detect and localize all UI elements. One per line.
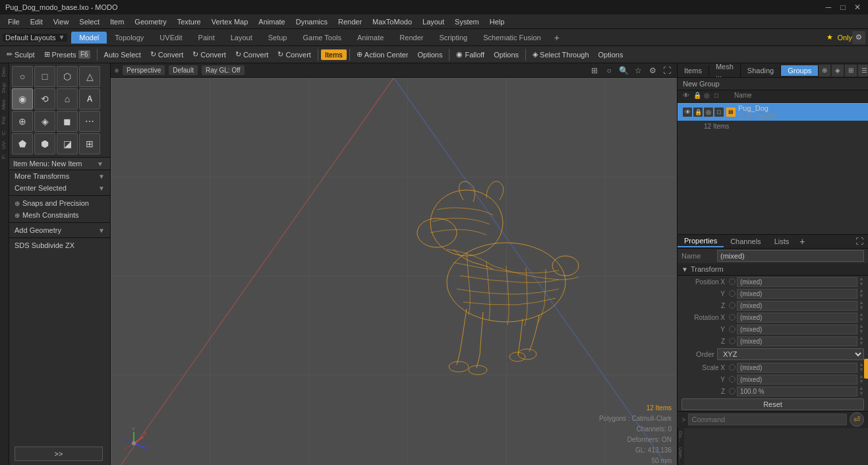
rot-y-down[interactable]: ▼ [859,329,864,334]
scale-z-down[interactable]: ▼ [859,391,864,396]
tab-gametools[interactable]: Game Tools [295,32,349,44]
pos-y-input[interactable] [737,289,857,299]
rot-y-input[interactable] [737,325,857,334]
tab-properties[interactable]: Properties [678,235,724,247]
transform-section-header[interactable]: ▼ Transform [678,263,868,276]
minimize-button[interactable]: ─ [823,2,834,13]
tool-dots[interactable]: ⋯ [79,111,100,132]
rot-x-input[interactable] [737,313,857,323]
rot-y-circle[interactable] [729,326,736,332]
reset-button[interactable]: Reset [681,398,864,410]
tab-animate[interactable]: Animate [349,32,391,44]
vp-expand-icon[interactable]: ⛶ [661,65,673,77]
vp-settings-icon[interactable]: ⚙ [647,65,658,77]
mesh-constraints-btn[interactable]: ⊕ Mesh Constraints [9,209,110,221]
pos-y-circle[interactable] [729,290,736,297]
viewport[interactable]: Perspective Default Ray GL: Off ⊞ ○ 🔍 ☆ … [111,63,677,465]
menu-geometry[interactable]: Geometry [129,16,171,27]
menu-render[interactable]: Render [333,16,367,27]
tool-text[interactable]: A [79,88,100,109]
more-transforms-btn[interactable]: More Transforms ▼ [9,170,110,182]
snaps-btn[interactable]: ⊕ Snaps and Precision [9,197,110,209]
scale-x-circle[interactable] [729,364,736,371]
cmd-go-button[interactable]: ⏎ [850,412,864,427]
rot-z-input[interactable] [737,336,857,346]
tool-hex[interactable]: ⬡ [57,66,78,87]
tab-lists[interactable]: Lists [768,236,796,247]
panel-icon-4[interactable]: ☰ [858,65,868,77]
tab-setup[interactable]: Setup [260,32,295,44]
auto-select-button[interactable]: Auto Select [100,49,145,60]
sculpt-button[interactable]: ✏ Sculpt [3,49,39,60]
order-select[interactable]: XYZ [717,348,864,360]
scale-y-circle[interactable] [729,376,736,383]
convert-button-1[interactable]: ↻ Convert [146,49,188,60]
select-through-button[interactable]: ◈ Select Through [529,49,593,60]
pos-x-down[interactable]: ▼ [859,282,864,287]
item-menu[interactable]: Item Menu: New Item ▼ [9,158,110,170]
tab-model[interactable]: Model [71,32,107,44]
vp-circle-icon[interactable]: ○ [603,65,615,77]
pos-z-circle[interactable] [729,302,736,309]
menu-layout[interactable]: Layout [417,16,449,27]
item-box-btn[interactable]: □ [714,108,724,117]
vp-grid-icon[interactable]: ⊞ [589,65,600,77]
items-button[interactable]: Items [321,49,347,60]
panel-icon-1[interactable]: ⊕ [819,65,830,77]
tool-tri[interactable]: △ [79,66,100,87]
tool-shape1[interactable]: ⬟ [12,133,33,154]
tab-paint[interactable]: Paint [190,32,223,44]
convert-button-4[interactable]: ↻ Convert [274,49,315,60]
item-eye-btn[interactable]: 👁 [683,108,692,117]
tab-schematic[interactable]: Schematic Fusion [475,32,548,44]
name-prop-input[interactable] [717,250,864,262]
menu-maxtomodo[interactable]: MaxToModo [367,16,417,27]
tool-home[interactable]: ⌂ [57,88,78,109]
close-button[interactable]: ✕ [852,2,863,13]
tab-render[interactable]: Render [391,32,431,44]
item-render-btn[interactable]: ◎ [704,108,713,117]
sds-subdivide-btn[interactable]: SDS Subdivide ZX [9,239,110,251]
maximize-button[interactable]: □ [838,2,848,13]
tool-shape3[interactable]: ◪ [57,133,78,154]
tool-shape2[interactable]: ⬢ [34,133,55,154]
pos-z-input[interactable] [737,301,857,311]
center-selected-btn[interactable]: Center Selected ▼ [9,182,110,194]
rot-z-down[interactable]: ▼ [859,341,864,346]
menu-system[interactable]: System [449,16,484,27]
options-button-1[interactable]: Options [414,49,447,60]
menu-animate[interactable]: Animate [253,16,290,27]
tool-select[interactable]: ◈ [34,111,55,132]
presets-button[interactable]: ⊞ Presets F6 [40,49,94,60]
menu-vertexmap[interactable]: Vertex Map [206,16,254,27]
scale-z-circle[interactable] [729,388,736,394]
menu-help[interactable]: Help [484,16,510,27]
props-expand-btn[interactable]: ⛶ [854,235,865,247]
pos-y-down[interactable]: ▼ [859,294,864,299]
scale-y-down[interactable]: ▼ [859,379,864,385]
vp-raygl-btn[interactable]: Ray GL: Off [202,65,245,75]
tab-groups[interactable]: Groups [781,65,819,76]
expand-button[interactable]: >> [14,447,103,461]
tab-topology[interactable]: Topology [107,32,152,44]
tab-channels[interactable]: Channels [724,236,767,247]
tool-rotate[interactable]: ⟲ [34,88,55,109]
item-row-pugdog[interactable]: 👁 🔒 ◎ □ ▤ Pug_Dog (1.3) - layout [678,103,868,121]
convert-button-3[interactable]: ↻ Convert [231,49,273,60]
tool-grid[interactable]: ⊞ [79,133,100,154]
convert-button-2[interactable]: ↻ Convert [188,49,230,60]
scale-x-input[interactable] [737,363,857,373]
tab-shading[interactable]: Shading [741,65,781,76]
vp-perspective-btn[interactable]: Perspective [123,65,165,75]
panel-icon-3[interactable]: ⊞ [845,65,857,77]
vp-search-icon[interactable]: 🔍 [618,65,629,77]
tool-box[interactable]: □ [34,66,55,87]
panel-icon-2[interactable]: ◈ [832,65,844,77]
cmd-input[interactable] [688,414,847,425]
pos-z-down[interactable]: ▼ [859,305,864,311]
tool-fill[interactable]: ◼ [57,111,78,132]
action-center-button[interactable]: ⊕ Action Center [353,49,413,60]
rot-x-circle[interactable] [729,314,736,321]
item-lock-btn[interactable]: 🔒 [693,108,703,117]
scale-z-input[interactable] [737,387,857,396]
